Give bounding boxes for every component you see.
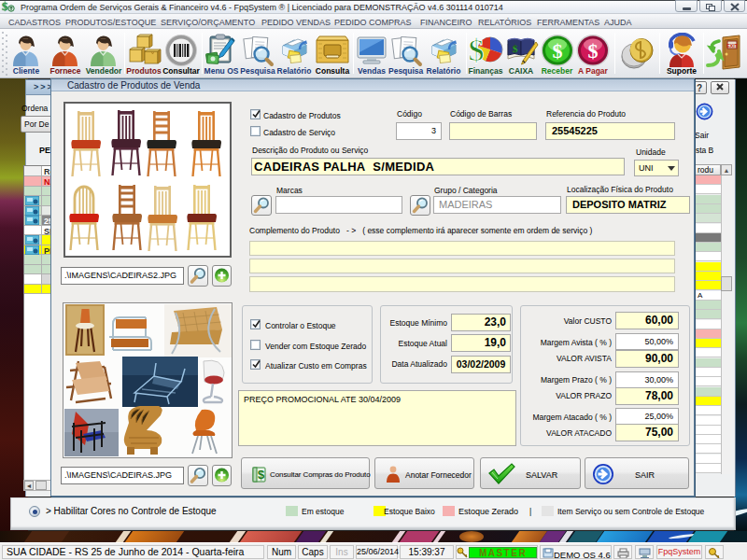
svg-text:$: $ — [258, 468, 265, 482]
svg-text:EXIT: EXIT — [726, 43, 739, 49]
svg-text:$: $ — [552, 39, 562, 63]
svg-text:$: $ — [469, 33, 485, 67]
svg-text:$: $ — [513, 43, 518, 54]
svg-text:$: $ — [588, 39, 599, 63]
